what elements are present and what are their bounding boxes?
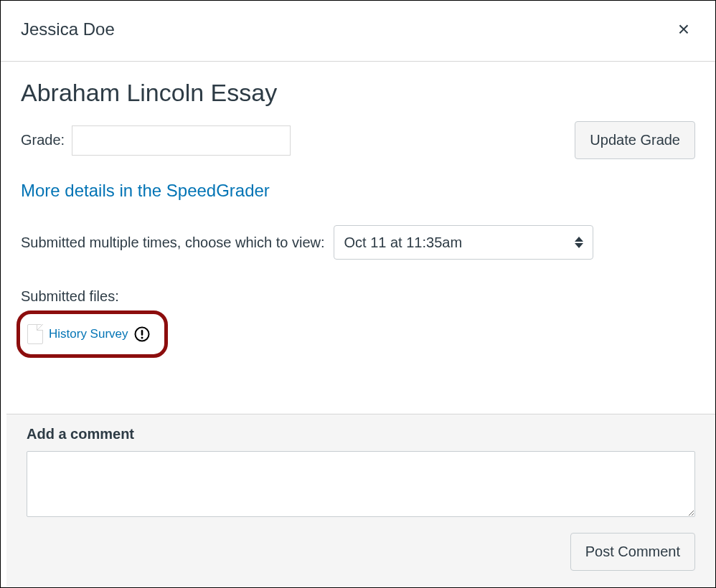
modal-body: Abraham Lincoln Essay Grade: Update Grad…: [1, 62, 715, 374]
submission-select[interactable]: Oct 11 at 11:35am: [334, 225, 593, 260]
student-name: Jessica Doe: [21, 19, 115, 39]
close-icon: ×: [678, 18, 689, 40]
modal-header: Jessica Doe ×: [1, 1, 715, 62]
speedgrader-link[interactable]: More details in the SpeedGrader: [21, 181, 270, 201]
submitted-files-label: Submitted files:: [21, 288, 695, 305]
file-link[interactable]: History Survey: [49, 327, 128, 341]
grade-input-group: Grade:: [21, 125, 291, 156]
grade-row: Grade: Update Grade: [21, 121, 695, 159]
comment-section: Add a comment Post Comment: [6, 414, 715, 587]
assignment-title: Abraham Lincoln Essay: [21, 79, 695, 107]
svg-point-2: [141, 337, 143, 339]
grade-label: Grade:: [21, 132, 65, 148]
comment-actions: Post Comment: [27, 533, 695, 571]
grade-input[interactable]: [72, 125, 291, 156]
close-button[interactable]: ×: [672, 16, 695, 42]
comment-label: Add a comment: [27, 426, 695, 442]
submission-select-label: Submitted multiple times, choose which t…: [21, 234, 325, 251]
submission-select-wrapper: Oct 11 at 11:35am: [334, 225, 593, 260]
submission-select-row: Submitted multiple times, choose which t…: [21, 225, 695, 260]
comment-textarea[interactable]: [27, 451, 695, 517]
post-comment-button[interactable]: Post Comment: [570, 533, 695, 571]
warning-icon: [134, 326, 150, 342]
svg-rect-1: [141, 330, 143, 336]
file-item-highlight: History Survey: [17, 310, 168, 358]
update-grade-button[interactable]: Update Grade: [575, 121, 695, 159]
file-icon: [27, 324, 43, 344]
grade-modal: Jessica Doe × Abraham Lincoln Essay Grad…: [1, 1, 715, 374]
